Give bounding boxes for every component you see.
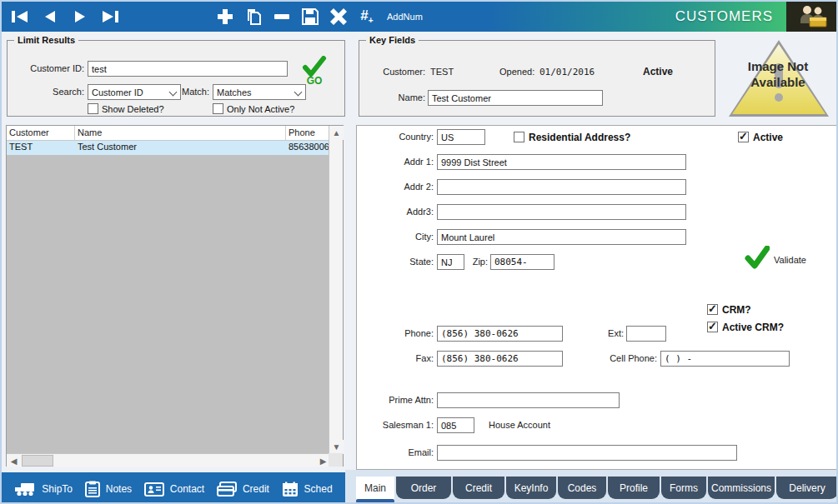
show-deleted-checkbox[interactable] <box>88 103 98 114</box>
state-input[interactable]: NJ <box>437 254 464 270</box>
top-toolbar: #+ AddNum CUSTOMERS <box>2 2 838 32</box>
credit-button[interactable]: Credit <box>217 482 269 497</box>
tab-codes[interactable]: Codes <box>558 477 606 499</box>
bottom-toolbar: ShipTo Notes Contact <box>2 472 345 504</box>
residential-address-label: Residential Address? <box>529 132 630 143</box>
prime-attn-label: Prime Attn: <box>357 392 434 408</box>
cell-phone-input[interactable]: ( ) - <box>660 351 790 367</box>
fax-input[interactable]: (856) 380-0626 <box>437 351 563 367</box>
tab-credit[interactable]: Credit <box>453 477 504 499</box>
scroll-up-icon[interactable]: ▲ <box>329 126 344 140</box>
column-header-customer[interactable]: Customer <box>7 126 75 140</box>
scrollbar-corner <box>329 453 343 467</box>
tab-keyinfo[interactable]: KeyInfo <box>506 477 556 499</box>
ext-label: Ext: <box>582 326 624 342</box>
vertical-scrollbar[interactable]: ▲ ▼ <box>329 126 343 454</box>
cell-phone-label: Cell Phone: <box>590 351 657 367</box>
tab-commissions[interactable]: Commissions <box>708 477 775 499</box>
show-deleted-label: Show Deleted? <box>102 103 164 115</box>
contact-button[interactable]: Contact <box>144 482 204 497</box>
prime-attn-input[interactable] <box>437 392 620 408</box>
country-label: Country: <box>357 129 434 145</box>
salesman-name: House Account <box>489 417 550 433</box>
salesman-input[interactable]: 085 <box>437 417 474 433</box>
validate-label[interactable]: Validate <box>774 255 806 265</box>
notes-button[interactable]: Notes <box>85 481 132 497</box>
city-input[interactable]: Mount Laurel <box>437 229 686 245</box>
addr2-label: Addr 2: <box>357 179 434 195</box>
customer-list-header: Customer Name Phone <box>7 126 329 141</box>
name-input[interactable]: Test Customer <box>428 90 603 106</box>
limit-results-title: Limit Results <box>14 35 78 45</box>
truck-icon <box>14 482 36 497</box>
image-placeholder: Image Not Available <box>719 35 837 120</box>
copy-record-icon[interactable] <box>243 7 263 27</box>
email-input[interactable] <box>437 445 737 461</box>
horizontal-scrollbar[interactable]: ◀ ▶ <box>7 453 330 467</box>
main-detail-panel: Country: US Residential Address? Active … <box>356 125 838 470</box>
spacer <box>2 467 345 472</box>
tab-forms[interactable]: Forms <box>661 477 706 499</box>
scrollbar-thumb[interactable] <box>22 455 53 467</box>
only-not-active-label: Only Not Active? <box>227 103 294 115</box>
addr3-input[interactable] <box>437 204 686 220</box>
addr2-input[interactable] <box>437 179 686 195</box>
scroll-left-icon[interactable]: ◀ <box>7 454 21 467</box>
table-row[interactable]: TEST Test Customer 8563800626 <box>7 141 329 155</box>
tab-main[interactable]: Main <box>356 477 394 499</box>
customer-id-label: Customer ID: <box>11 61 84 77</box>
tab-order[interactable]: Order <box>396 477 451 499</box>
key-fields-title: Key Fields <box>366 35 419 45</box>
chevron-down-icon <box>294 88 303 97</box>
crm-checkbox[interactable] <box>707 304 718 315</box>
add-record-icon[interactable] <box>215 7 235 27</box>
tab-delivery[interactable]: Delivery <box>776 477 838 499</box>
city-label: City: <box>357 229 434 245</box>
first-record-icon[interactable] <box>10 7 30 27</box>
sched-button[interactable]: Sched <box>282 482 333 497</box>
residential-address-checkbox[interactable] <box>514 132 524 142</box>
email-label: Email: <box>357 445 434 461</box>
country-input[interactable]: US <box>437 129 485 145</box>
addr1-input[interactable]: 9999 Dist Street <box>437 154 686 170</box>
last-record-icon[interactable] <box>100 7 120 27</box>
shipto-button[interactable]: ShipTo <box>14 482 73 497</box>
save-record-icon[interactable] <box>300 7 320 27</box>
page-title: CUSTOMERS <box>675 2 773 32</box>
next-record-icon[interactable] <box>70 7 90 27</box>
column-header-name[interactable]: Name <box>75 126 286 140</box>
zip-label: Zip: <box>467 254 488 270</box>
opened-value: 01/01/2016 <box>539 64 595 80</box>
addnum-label[interactable]: AddNum <box>387 12 423 22</box>
active-crm-label: Active CRM? <box>722 322 784 333</box>
scroll-down-icon[interactable]: ▼ <box>329 440 344 454</box>
addr3-label: Addr3: <box>357 204 434 220</box>
column-header-phone[interactable]: Phone <box>286 126 329 140</box>
fax-label: Fax: <box>357 351 434 367</box>
delete-record-icon[interactable] <box>272 7 292 27</box>
customer-label: Customer: <box>359 64 425 80</box>
contact-card-icon <box>144 482 164 497</box>
previous-record-icon[interactable] <box>40 7 60 27</box>
active-crm-checkbox[interactable] <box>707 322 718 332</box>
customer-id-input[interactable]: test <box>88 61 288 77</box>
validate-check-icon[interactable] <box>745 246 770 269</box>
addnum-icon[interactable]: #+ <box>357 7 377 27</box>
customers-icon-box <box>786 2 838 32</box>
zip-input[interactable]: 08054- <box>490 254 554 270</box>
status-badge: Active <box>643 64 673 80</box>
ext-input[interactable] <box>626 326 666 342</box>
name-label: Name: <box>359 90 425 106</box>
key-fields-groupbox: Key Fields Customer: TEST Opened: 01/01/… <box>359 40 715 117</box>
active-checkbox[interactable] <box>738 132 749 142</box>
tab-profile[interactable]: Profile <box>608 477 660 499</box>
tab-strip: Main Order Credit KeyInfo Codes Profile … <box>345 470 838 504</box>
search-label: Search: <box>11 84 84 100</box>
cancel-icon[interactable] <box>329 7 349 27</box>
addr1-label: Addr 1: <box>357 154 434 170</box>
only-not-active-checkbox[interactable] <box>213 103 223 114</box>
go-button[interactable]: GO <box>299 56 329 87</box>
match-dropdown[interactable]: Matches <box>213 84 306 100</box>
record-action-group: #+ AddNum <box>215 2 423 32</box>
phone-input[interactable]: (856) 380-0626 <box>437 326 563 342</box>
